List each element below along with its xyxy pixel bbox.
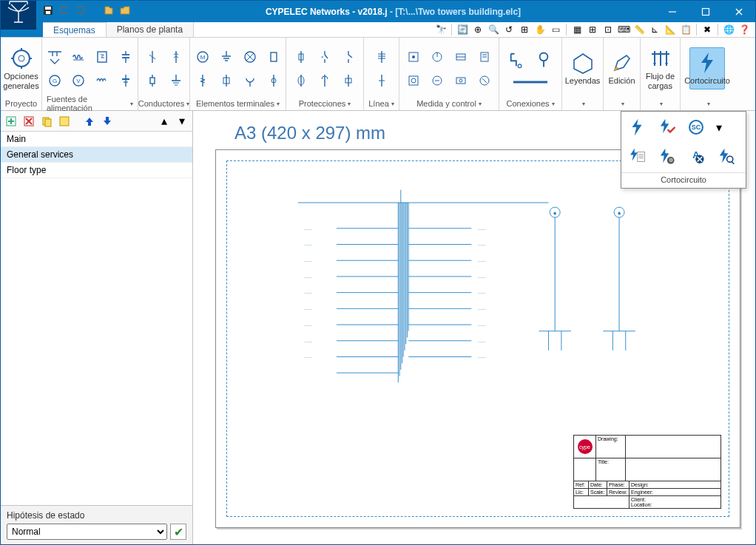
prot-breaker-icon[interactable]: × xyxy=(314,46,336,68)
sc-a-cancel-icon[interactable]: A xyxy=(685,146,707,168)
term-resistor-icon[interactable] xyxy=(192,70,214,92)
zoom-previous-icon[interactable]: ↺ xyxy=(502,23,516,36)
edicion-button[interactable]: Edición xyxy=(604,48,640,88)
term-generic-icon[interactable] xyxy=(263,70,285,92)
group-label-edicion[interactable] xyxy=(608,97,635,110)
term-load-icon[interactable] xyxy=(263,46,285,68)
linea-overhead-icon[interactable] xyxy=(371,46,393,68)
sc-bolt-gear-icon[interactable]: ⚙ xyxy=(655,146,678,168)
keyboard-icon[interactable]: ⌨ xyxy=(617,23,630,36)
prot-fuse-icon[interactable] xyxy=(290,46,312,68)
source-capacitor-icon[interactable] xyxy=(115,46,137,68)
copy-item-icon[interactable] xyxy=(39,114,54,129)
measure-icon[interactable]: 📐 xyxy=(664,23,677,36)
source-external-icon[interactable] xyxy=(44,46,66,68)
prot-contactor-icon[interactable] xyxy=(314,70,336,92)
move-up-icon[interactable] xyxy=(82,114,97,129)
source-battery-icon[interactable] xyxy=(115,70,137,92)
redo-icon[interactable] xyxy=(75,4,87,18)
term-motor-icon[interactable]: M xyxy=(192,46,214,68)
tree-item-floor-type[interactable]: Floor type xyxy=(1,163,192,178)
snap-grid-icon[interactable]: ⊞ xyxy=(586,23,599,36)
add-item-icon[interactable] xyxy=(4,114,18,129)
group-label-fuentes[interactable]: Fuentes de alimentación xyxy=(47,97,133,110)
sc-dropdown-arrow-icon[interactable]: ▾ xyxy=(715,116,723,138)
meas-2-icon[interactable] xyxy=(426,46,448,68)
meas-7-icon[interactable] xyxy=(450,70,472,92)
conductor-ground-icon[interactable] xyxy=(165,70,187,92)
perpendicular-icon[interactable]: ⊾ xyxy=(648,23,661,36)
config-icon[interactable]: ✖ xyxy=(701,23,714,36)
conductor-busbar-icon[interactable] xyxy=(165,46,187,68)
hypothesis-apply-button[interactable]: ✔ xyxy=(170,524,186,540)
help-icon[interactable]: ❓ xyxy=(738,23,751,36)
meas-6-icon[interactable] xyxy=(426,70,448,92)
zoom-window-icon[interactable]: 🔍 xyxy=(487,23,500,36)
prot-switch-icon[interactable] xyxy=(337,46,360,68)
conn-line-icon[interactable] xyxy=(508,75,553,89)
tree-item-main[interactable]: Main xyxy=(1,132,192,147)
linea-cable-icon[interactable] xyxy=(371,70,393,92)
source-inductor-icon[interactable] xyxy=(91,70,113,92)
meas-8-icon[interactable] xyxy=(473,70,496,92)
refresh-icon[interactable]: 🔄 xyxy=(456,23,469,36)
group-label-cortocircuito[interactable] xyxy=(685,97,729,110)
tab-esquemas[interactable]: Esquemas xyxy=(43,22,107,37)
group-label-conductores[interactable]: Conductores xyxy=(143,97,185,110)
cortocircuito-button[interactable]: Cortocircuito xyxy=(689,47,725,89)
opciones-generales-button[interactable]: Opciones generales xyxy=(4,44,39,92)
meas-3-icon[interactable] xyxy=(450,46,472,68)
minimize-button[interactable] xyxy=(655,1,689,22)
term-heater-icon[interactable] xyxy=(215,70,237,92)
term-socket-icon[interactable] xyxy=(239,70,261,92)
sc-bolt-check-icon[interactable] xyxy=(655,116,678,138)
source-transformer-icon[interactable] xyxy=(67,46,90,68)
zoom-extents-icon[interactable]: ⊕ xyxy=(471,23,485,36)
group-label-conexiones[interactable]: Conexiones xyxy=(504,97,557,110)
conductor-cable-icon[interactable] xyxy=(141,46,163,68)
open-folder-icon[interactable] xyxy=(119,4,131,18)
meas-1-icon[interactable] xyxy=(402,46,425,68)
binoculars-icon[interactable]: 🔭 xyxy=(434,23,448,36)
group-label-leyendas[interactable] xyxy=(567,97,598,110)
save-icon[interactable] xyxy=(42,4,54,18)
grid-icon[interactable]: ▦ xyxy=(570,23,584,36)
conn-pin-icon[interactable] xyxy=(533,49,555,71)
hypothesis-select[interactable]: Normal xyxy=(7,524,167,540)
sc-bolt-search-icon[interactable] xyxy=(715,146,737,168)
group-label-protecciones[interactable]: Protecciones xyxy=(291,97,359,110)
term-ground-icon[interactable] xyxy=(215,46,237,68)
prot-rcbo-icon[interactable] xyxy=(290,70,312,92)
sc-bolt-doc-icon[interactable] xyxy=(626,146,648,168)
sc-circle-icon[interactable]: SC xyxy=(685,116,707,138)
tab-planos[interactable]: Planos de planta xyxy=(107,22,194,37)
canvas[interactable]: A3 (420 x 297) mm xyxy=(193,111,755,544)
tree-item-general-services[interactable]: General services xyxy=(1,147,192,163)
collapse-up-icon[interactable]: ▴ xyxy=(157,114,172,129)
pan-icon[interactable]: ✋ xyxy=(533,23,547,36)
edit-item-icon[interactable] xyxy=(57,114,72,129)
source-generator-icon[interactable]: G xyxy=(44,70,66,92)
print-area-icon[interactable]: ▭ xyxy=(549,23,562,36)
flujo-button[interactable]: Flujo de cargas xyxy=(643,44,678,92)
recent-files-icon[interactable] xyxy=(103,4,115,18)
leyendas-button[interactable]: Leyendas xyxy=(565,48,601,88)
layers-icon[interactable]: 📋 xyxy=(679,23,692,36)
group-label-elementos[interactable]: Elementos terminales xyxy=(195,97,281,110)
sc-bolt-icon[interactable] xyxy=(626,116,648,138)
prot-relay-icon[interactable] xyxy=(337,70,360,92)
move-down-icon[interactable] xyxy=(100,114,115,129)
meas-5-icon[interactable] xyxy=(402,70,425,92)
ortho-icon[interactable]: ⊡ xyxy=(601,23,615,36)
source-ups-icon[interactable] xyxy=(91,46,113,68)
group-label-flujo[interactable] xyxy=(645,97,675,110)
maximize-button[interactable] xyxy=(689,1,722,22)
group-label-medida[interactable]: Medida y control xyxy=(404,97,494,110)
term-lamp-icon[interactable] xyxy=(239,46,261,68)
undo-icon[interactable] xyxy=(58,4,70,18)
delete-item-icon[interactable] xyxy=(21,114,36,129)
source-voltmeter-icon[interactable]: V xyxy=(67,70,90,92)
group-label-linea[interactable]: Línea xyxy=(368,97,394,110)
close-button[interactable] xyxy=(722,1,755,22)
dimension-icon[interactable]: 📏 xyxy=(632,23,646,36)
